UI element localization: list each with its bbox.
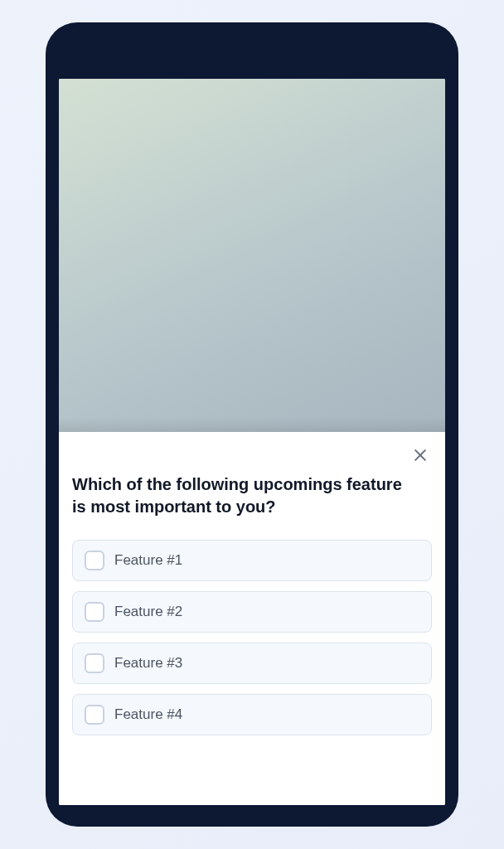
survey-question: Which of the following upcomings feature… — [72, 473, 432, 518]
close-icon — [412, 447, 429, 463]
checkbox-icon — [85, 653, 104, 673]
option-feature-4[interactable]: Feature #4 — [72, 694, 432, 735]
phone-frame: Which of the following upcomings feature… — [46, 22, 458, 827]
survey-options: Feature #1 Feature #2 Feature #3 Feature… — [72, 540, 432, 735]
option-label: Feature #1 — [114, 552, 182, 569]
checkbox-icon — [85, 551, 104, 570]
option-feature-2[interactable]: Feature #2 — [72, 591, 432, 633]
phone-screen: Which of the following upcomings feature… — [59, 79, 445, 805]
close-button[interactable] — [409, 444, 432, 467]
checkbox-icon — [85, 602, 104, 622]
option-label: Feature #3 — [114, 655, 182, 672]
option-label: Feature #2 — [114, 604, 182, 620]
option-feature-3[interactable]: Feature #3 — [72, 643, 432, 684]
option-label: Feature #4 — [114, 706, 182, 723]
checkbox-icon — [85, 705, 104, 725]
hero-image-area — [59, 79, 445, 432]
survey-sheet: Which of the following upcomings feature… — [59, 432, 445, 805]
option-feature-1[interactable]: Feature #1 — [72, 540, 432, 581]
